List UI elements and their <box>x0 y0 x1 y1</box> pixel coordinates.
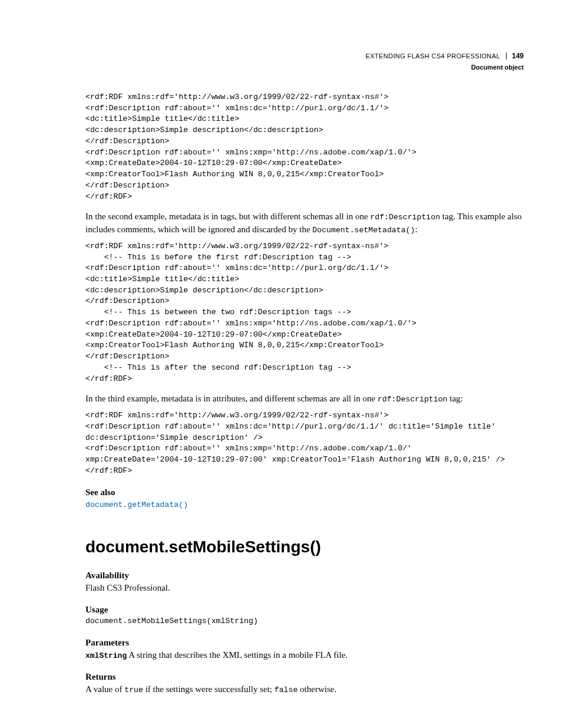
inline-code: true <box>124 686 143 694</box>
header-section: Document object <box>85 64 524 71</box>
method-heading: document.setMobileSettings() <box>85 538 524 556</box>
text: tag: <box>448 394 463 403</box>
availability-label: Availability <box>85 571 524 581</box>
usage-code: document.setMobileSettings(xmlString) <box>85 616 524 627</box>
inline-code: rdf:Description <box>378 395 448 404</box>
availability-text: Flash CS3 Professional. <box>85 582 524 594</box>
paragraph-1: In the second example, metadata is in ta… <box>85 210 524 236</box>
parameters-label: Parameters <box>85 638 524 648</box>
code-block-3: <rdf:RDF xmlns:rdf='http://www.w3.org/19… <box>85 410 524 476</box>
see-also-label: See also <box>85 487 524 498</box>
param-name: xmlString <box>85 651 127 660</box>
header-title: EXTENDING FLASH CS4 PROFESSIONAL <box>365 52 507 60</box>
text: In the second example, metadata is in ta… <box>85 212 370 221</box>
parameter-line: xmlString A string that describes the XM… <box>85 649 524 661</box>
returns-text: A value of true if the settings were suc… <box>85 683 524 696</box>
page-number: 149 <box>507 52 524 60</box>
usage-label: Usage <box>85 605 524 615</box>
text: if the settings were successfully set; <box>143 684 275 694</box>
code-block-2: <rdf:RDF xmlns:rdf='http://www.w3.org/19… <box>85 241 524 385</box>
inline-code: false <box>275 686 298 694</box>
page-header: EXTENDING FLASH CS4 PROFESSIONAL 149 <box>85 52 524 60</box>
text: otherwise. <box>297 684 336 694</box>
inline-code: Document.setMetadata() <box>312 226 415 235</box>
returns-label: Returns <box>85 672 524 682</box>
see-also-link[interactable]: document.getMetadata() <box>85 500 188 509</box>
code-block-1: <rdf:RDF xmlns:rdf='http://www.w3.org/19… <box>85 92 524 202</box>
text: : <box>415 225 417 234</box>
text: In the third example, metadata is in att… <box>85 394 378 403</box>
text: A value of <box>85 684 124 694</box>
paragraph-2: In the third example, metadata is in att… <box>85 393 524 406</box>
param-desc: A string that describes the XML settings… <box>127 650 348 660</box>
inline-code: rdf:Description <box>370 213 440 222</box>
